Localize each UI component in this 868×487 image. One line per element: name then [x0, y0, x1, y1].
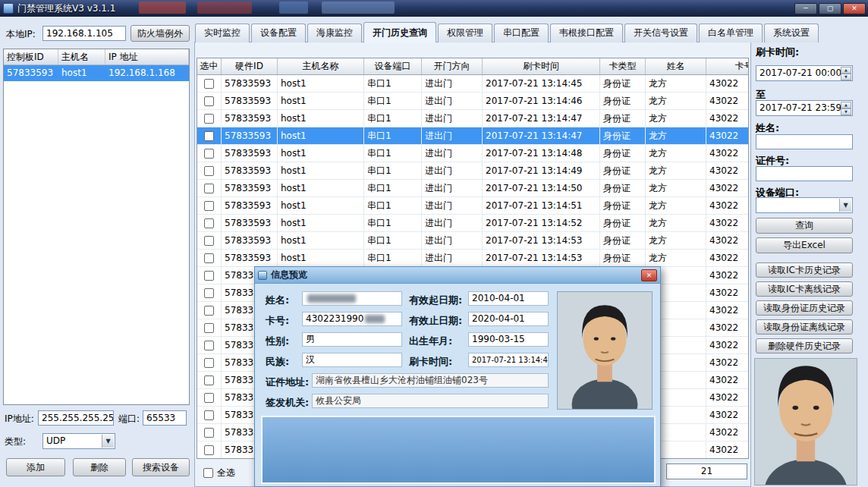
local-ip-input[interactable]: 192.168.1.105: [42, 26, 126, 41]
gender-field[interactable]: 男: [302, 332, 402, 347]
minimize-button[interactable]: [794, 3, 817, 14]
row-checkbox[interactable]: [204, 288, 214, 298]
table-row[interactable]: 57833593host1串口1进出门2017-07-21 13:14:47身份…: [197, 127, 748, 145]
valid-from-field[interactable]: 2010-04-01: [468, 291, 549, 306]
date-from-input[interactable]: 2017-07-21 00:00 ▲ ▼: [756, 65, 853, 81]
table-row[interactable]: 57833593host1串口1进出门2017-07-21 13:14:48身份…: [197, 145, 748, 162]
row-checkbox[interactable]: [204, 358, 214, 368]
column-header[interactable]: 卡号: [706, 58, 749, 74]
select-all-checkbox[interactable]: [203, 468, 213, 478]
row-checkbox[interactable]: [204, 79, 214, 89]
row-checkbox[interactable]: [204, 253, 214, 263]
name-input[interactable]: [756, 134, 853, 149]
row-checkbox[interactable]: [204, 236, 214, 246]
add-button[interactable]: 添加: [6, 458, 65, 476]
delete-hardware-history-button[interactable]: 删除硬件历史记录: [756, 338, 853, 353]
read-ic-offline-button[interactable]: 读取IC卡离线记录: [756, 281, 853, 297]
name-field[interactable]: [302, 291, 402, 306]
controller-row[interactable]: 57833593 host1 192.168.1.168: [4, 65, 189, 81]
address-field[interactable]: 湖南省攸县檀山乡大沧村油铺组油铺023号: [312, 373, 549, 388]
column-header[interactable]: 控制板ID: [4, 49, 58, 64]
table-row[interactable]: 57833593host1串口1进出门2017-07-21 13:14:46身份…: [197, 93, 748, 110]
search-device-button[interactable]: 搜索设备: [132, 458, 190, 476]
chevron-down-icon[interactable]: ▼: [839, 199, 851, 212]
row-checkbox[interactable]: [204, 271, 214, 281]
cell-card: 43022: [706, 267, 749, 284]
swipe-time-field[interactable]: 2017-07-21 13:14:47: [468, 353, 549, 367]
spin-down-icon[interactable]: ▼: [841, 74, 851, 80]
column-header[interactable]: 主机名称: [278, 58, 364, 74]
export-excel-button[interactable]: 导出Excel: [756, 237, 853, 253]
row-checkbox[interactable]: [204, 375, 214, 385]
delete-button[interactable]: 删除: [73, 458, 126, 476]
date-to-input[interactable]: 2017-07-21 23:59 ▲ ▼: [756, 100, 853, 116]
row-checkbox[interactable]: [204, 184, 214, 193]
row-checkbox[interactable]: [204, 149, 214, 159]
valid-to-field[interactable]: 2020-04-01: [468, 312, 549, 326]
column-header[interactable]: 主机名: [58, 49, 105, 64]
table-row[interactable]: 57833593host1串口1进出门2017-07-21 13:14:45身份…: [197, 75, 748, 93]
column-header[interactable]: 选中: [197, 58, 222, 74]
table-row[interactable]: 57833593host1串口1进出门2017-07-21 13:14:53身份…: [197, 232, 748, 250]
tab-3[interactable]: 开门历史查询: [363, 22, 436, 42]
row-checkbox[interactable]: [204, 306, 214, 316]
tab-4[interactable]: 权限管理: [438, 24, 492, 42]
row-checkbox[interactable]: [204, 410, 214, 420]
birth-date-field[interactable]: 1990-03-15: [468, 332, 549, 347]
table-row[interactable]: 57833593host1串口1进出门2017-07-21 13:14:49身份…: [197, 162, 748, 180]
issuer-field[interactable]: 攸县公安局: [312, 394, 549, 408]
row-checkbox[interactable]: [204, 323, 214, 333]
row-checkbox[interactable]: [204, 131, 214, 141]
row-checkbox[interactable]: [204, 96, 214, 106]
tab-0[interactable]: 实时监控: [195, 24, 250, 42]
row-checkbox[interactable]: [204, 341, 214, 350]
ip-input[interactable]: 255.255.255.255: [38, 410, 114, 426]
spin-up-icon[interactable]: ▲: [841, 67, 851, 74]
row-checkbox[interactable]: [204, 201, 214, 211]
read-id-history-button[interactable]: 读取身份证历史记录: [756, 300, 853, 316]
firewall-exception-button[interactable]: 防火墙例外: [131, 25, 190, 42]
row-checkbox[interactable]: [204, 393, 214, 403]
table-row[interactable]: 57833593host1串口1进出门2017-07-21 13:14:47身份…: [197, 110, 748, 127]
cell-card: 43022: [706, 232, 749, 249]
column-header[interactable]: 开门方向: [422, 58, 483, 74]
tab-2[interactable]: 海康监控: [307, 24, 362, 42]
row-checkbox[interactable]: [204, 218, 214, 228]
port-input[interactable]: 65533: [143, 410, 187, 426]
column-header[interactable]: 刷卡时间: [483, 58, 600, 74]
tab-1[interactable]: 设备配置: [251, 24, 306, 42]
column-header[interactable]: 卡类型: [600, 58, 646, 74]
close-button[interactable]: [843, 3, 866, 14]
dialog-title-bar[interactable]: 信息预览: [255, 267, 660, 284]
spin-up-icon[interactable]: ▲: [841, 102, 851, 108]
tab-8[interactable]: 白名单管理: [699, 24, 763, 42]
tab-9[interactable]: 系统设置: [764, 24, 819, 42]
row-checkbox[interactable]: [204, 114, 214, 124]
tab-5[interactable]: 串口配置: [494, 24, 549, 42]
row-checkbox[interactable]: [204, 428, 214, 438]
device-port-dropdown[interactable]: ▼: [756, 197, 853, 213]
row-checkbox[interactable]: [204, 166, 214, 176]
table-row[interactable]: 57833593host1串口1进出门2017-07-21 13:14:51身份…: [197, 197, 748, 215]
row-checkbox[interactable]: [204, 445, 214, 455]
column-header[interactable]: 设备端口: [364, 58, 422, 74]
tab-7[interactable]: 开关信号设置: [624, 24, 697, 42]
chevron-down-icon[interactable]: ▼: [102, 435, 114, 448]
spin-down-icon[interactable]: ▼: [841, 108, 851, 115]
ethnicity-field[interactable]: 汉: [302, 353, 402, 367]
column-header[interactable]: 硬件ID: [222, 58, 278, 74]
table-row[interactable]: 57833593host1串口1进出门2017-07-21 13:14:53身份…: [197, 250, 748, 267]
id-number-input[interactable]: [756, 166, 853, 181]
type-dropdown[interactable]: UDP ▼: [42, 433, 115, 449]
table-row[interactable]: 57833593host1串口1进出门2017-07-21 13:14:52身份…: [197, 215, 748, 232]
read-ic-history-button[interactable]: 读取IC卡历史记录: [756, 262, 853, 278]
table-row[interactable]: 57833593host1串口1进出门2017-07-21 13:14:50身份…: [197, 180, 748, 197]
card-number-field[interactable]: 4302231990: [302, 312, 402, 326]
tab-6[interactable]: 韦根接口配置: [550, 24, 623, 42]
dialog-close-button[interactable]: [641, 269, 657, 281]
query-button[interactable]: 查询: [756, 218, 853, 234]
column-header[interactable]: 姓名: [646, 58, 706, 74]
maximize-button[interactable]: [819, 3, 841, 14]
column-header[interactable]: IP 地址: [105, 49, 189, 64]
read-id-offline-button[interactable]: 读取身份证离线记录: [756, 319, 853, 335]
